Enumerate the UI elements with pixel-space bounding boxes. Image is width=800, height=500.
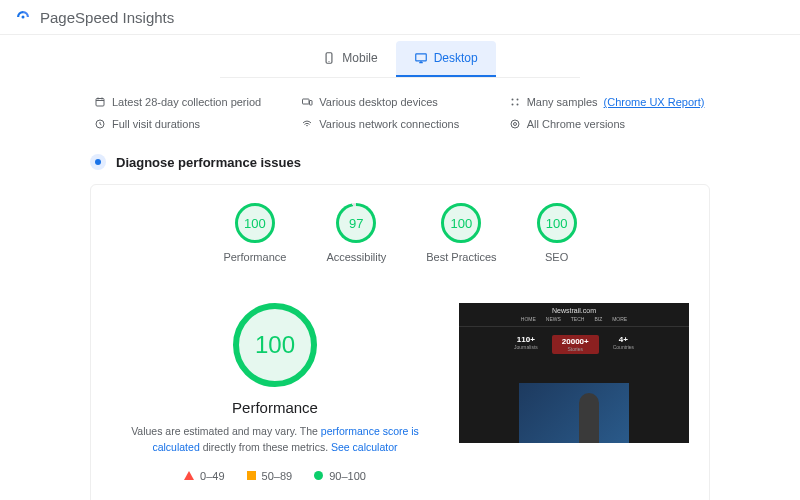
square-icon: [247, 471, 256, 480]
field-data-grid: Latest 28-day collection period Various …: [90, 96, 710, 144]
wifi-icon: [301, 118, 313, 130]
preview-stats: 110+Journalists 20000+Stories 4+Countrie…: [459, 327, 689, 362]
lighthouse-card: 100 Performance 97 Accessibility 100 Bes…: [90, 184, 710, 500]
site-screenshot-preview: Newstrail.com HOMENEWSTECHBIZMORE 110+Jo…: [459, 303, 689, 443]
field-network: Various network connections: [301, 118, 498, 130]
preview-stat: 4+Countries: [613, 335, 634, 354]
diagnose-icon: [90, 154, 106, 170]
gauge-seo: 100: [537, 203, 577, 243]
field-label: Many samples: [527, 96, 598, 108]
pagespeed-logo-icon: [14, 8, 32, 26]
score-performance[interactable]: 100 Performance: [223, 203, 286, 263]
tab-mobile-label: Mobile: [342, 51, 377, 65]
tab-desktop[interactable]: Desktop: [396, 41, 496, 77]
preview-person: [579, 393, 599, 443]
score-label: Performance: [223, 251, 286, 263]
main-content: Latest 28-day collection period Various …: [90, 78, 710, 500]
desktop-icon: [414, 51, 428, 65]
performance-detail-row: 100 Performance Values are estimated and…: [111, 303, 689, 482]
score-best-practices[interactable]: 100 Best Practices: [426, 203, 496, 263]
score-label: Best Practices: [426, 251, 496, 263]
field-label: Latest 28-day collection period: [112, 96, 261, 108]
score-seo[interactable]: 100 SEO: [537, 203, 577, 263]
preview-stat: 110+Journalists: [514, 335, 538, 354]
preview-stat: 20000+Stories: [552, 335, 599, 354]
chrome-icon: [509, 118, 521, 130]
diagnose-section-header: Diagnose performance issues: [90, 154, 710, 170]
field-label: All Chrome versions: [527, 118, 625, 130]
triangle-icon: [184, 471, 194, 480]
field-label: Various desktop devices: [319, 96, 437, 108]
svg-point-7: [511, 99, 513, 101]
svg-point-8: [516, 99, 518, 101]
scores-row: 100 Performance 97 Accessibility 100 Bes…: [111, 203, 689, 263]
legend-poor: 0–49: [184, 470, 224, 482]
svg-point-10: [516, 104, 518, 106]
svg-point-9: [511, 104, 513, 106]
device-tabs: Mobile Desktop: [0, 41, 800, 77]
circle-icon: [314, 471, 323, 480]
tab-desktop-label: Desktop: [434, 51, 478, 65]
svg-point-12: [511, 120, 519, 128]
gauge-performance: 100: [235, 203, 275, 243]
field-devices: Various desktop devices: [301, 96, 498, 108]
field-versions: All Chrome versions: [509, 118, 706, 130]
calendar-icon: [94, 96, 106, 108]
field-label: Full visit durations: [112, 118, 200, 130]
svg-rect-3: [415, 54, 426, 61]
score-legend: 0–49 50–89 90–100: [184, 470, 366, 482]
field-collection-period: Latest 28-day collection period: [94, 96, 291, 108]
app-title: PageSpeed Insights: [40, 9, 174, 26]
topbar: PageSpeed Insights: [0, 0, 800, 35]
mobile-icon: [322, 51, 336, 65]
field-samples: Many samples (Chrome UX Report): [509, 96, 706, 108]
score-label: SEO: [545, 251, 568, 263]
score-label: Accessibility: [326, 251, 386, 263]
samples-icon: [509, 96, 521, 108]
big-performance-title: Performance: [232, 399, 318, 416]
svg-point-0: [22, 16, 25, 19]
devices-icon: [301, 96, 313, 108]
tab-mobile[interactable]: Mobile: [304, 41, 395, 77]
preview-hero-image: [519, 383, 629, 443]
preview-site-name: Newstrail.com: [459, 303, 689, 316]
legend-avg: 50–89: [247, 470, 293, 482]
preview-nav: HOMENEWSTECHBIZMORE: [459, 316, 689, 327]
gauge-best-practices: 100: [441, 203, 481, 243]
svg-point-13: [513, 123, 516, 126]
big-performance-gauge: 100: [233, 303, 317, 387]
performance-description: Values are estimated and may vary. The p…: [125, 424, 425, 456]
chrome-ux-report-link[interactable]: (Chrome UX Report): [604, 96, 705, 108]
field-durations: Full visit durations: [94, 118, 291, 130]
score-accessibility[interactable]: 97 Accessibility: [326, 203, 386, 263]
see-calculator-link[interactable]: See calculator: [331, 441, 398, 453]
diagnose-title: Diagnose performance issues: [116, 155, 301, 170]
svg-rect-4: [96, 99, 104, 107]
legend-good: 90–100: [314, 470, 366, 482]
svg-rect-6: [310, 101, 313, 106]
clock-icon: [94, 118, 106, 130]
svg-point-2: [329, 61, 330, 62]
gauge-accessibility: 97: [336, 203, 376, 243]
field-label: Various network connections: [319, 118, 459, 130]
performance-detail: 100 Performance Values are estimated and…: [111, 303, 439, 482]
svg-rect-5: [303, 99, 310, 104]
